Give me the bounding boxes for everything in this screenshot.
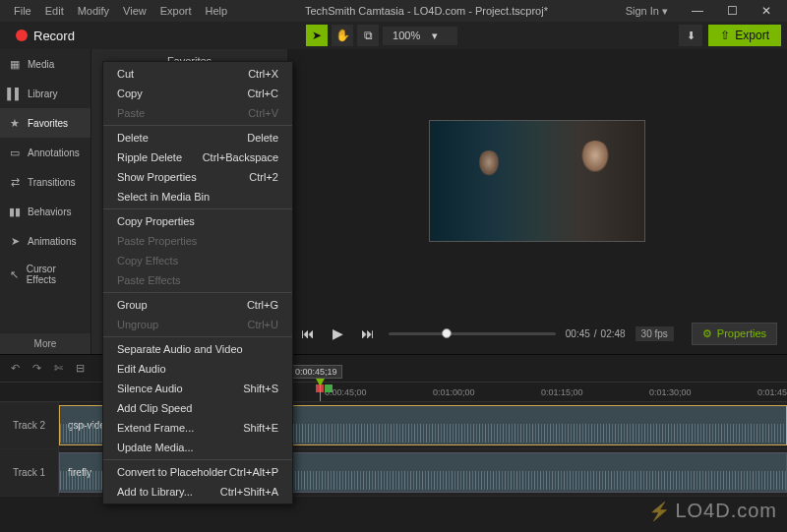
menu-item-select-in-media-bin[interactable]: Select in Media Bin (103, 187, 292, 207)
scrubber-track (389, 332, 556, 335)
playhead-time: 0:00:45;19 (290, 365, 342, 379)
minimize-button[interactable]: — (684, 2, 711, 20)
fps-indicator[interactable]: 30 fps (636, 326, 674, 341)
sidebar-item-animations[interactable]: ➤Animations (0, 226, 91, 256)
menu-separator (103, 292, 292, 293)
marker-out[interactable] (325, 384, 333, 392)
library-icon: ▌▌ (8, 87, 22, 100)
cut-button[interactable]: ✄ (49, 360, 67, 378)
annotations-icon: ▭ (8, 146, 22, 159)
menu-item-cut[interactable]: CutCtrl+X (103, 64, 292, 84)
menu-item-delete[interactable]: DeleteDelete (103, 128, 292, 148)
track-header[interactable]: Track 1 (0, 449, 59, 496)
pointer-tool-icon[interactable]: ➤ (306, 25, 328, 46)
redo-button[interactable]: ↷ (28, 360, 45, 378)
canvas-preview[interactable] (287, 49, 787, 313)
sidebar-item-cursor-effects[interactable]: ↖Cursor Effects (0, 256, 91, 293)
titlebar: FileEditModifyViewExportHelp TechSmith C… (0, 0, 787, 22)
time-current: 00:45 (566, 328, 590, 339)
track-header[interactable]: Track 2 (0, 402, 59, 448)
transitions-icon: ⇄ (8, 175, 22, 189)
chevron-down-icon: ▾ (432, 30, 438, 42)
toolbar: Record ➤ ✋ ⧉ 100% ▾ ⬇ ⇧ Export (0, 22, 787, 49)
hand-tool-icon[interactable]: ✋ (332, 25, 353, 46)
cursor-effects-icon: ↖ (8, 267, 21, 281)
menu-item-group[interactable]: GroupCtrl+G (103, 295, 292, 315)
media-icon: ▦ (8, 57, 22, 71)
prev-frame-button[interactable]: ⏮ (297, 325, 319, 341)
next-frame-button[interactable]: ⏭ (357, 325, 379, 341)
export-button[interactable]: ⇧ Export (708, 25, 781, 46)
export-icon: ⇧ (720, 29, 730, 42)
menu-separator (103, 336, 292, 337)
scrubber-thumb[interactable] (442, 328, 452, 338)
menu-modify[interactable]: Modify (72, 3, 115, 19)
sidebar-item-annotations[interactable]: ▭Annotations (0, 138, 91, 167)
record-button[interactable]: Record (6, 26, 85, 46)
playhead[interactable]: 0:00:45;19 (320, 383, 321, 401)
undo-button[interactable]: ↶ (6, 360, 24, 378)
play-button[interactable]: ▶ (329, 325, 347, 341)
zoom-value: 100% (393, 30, 420, 41)
ruler-tick: 0:01:45;00 (757, 387, 787, 397)
menu-item-update-media-[interactable]: Update Media... (103, 438, 292, 457)
crop-tool-icon[interactable]: ⧉ (357, 25, 379, 46)
sidebar-item-favorites[interactable]: ★Favorites (0, 108, 91, 138)
ruler-tick: 0:01:00;00 (433, 387, 475, 397)
menu-view[interactable]: View (117, 3, 152, 19)
properties-button[interactable]: ⚙ Properties (692, 323, 777, 345)
context-menu: CutCtrl+XCopyCtrl+CPasteCtrl+VDeleteDele… (102, 61, 293, 504)
menu-bar: FileEditModifyViewExportHelp (8, 3, 233, 19)
ruler-tick: 0:01:15;00 (541, 387, 583, 397)
menu-item-edit-audio[interactable]: Edit Audio (103, 359, 292, 379)
menu-export[interactable]: Export (154, 3, 198, 19)
export-label: Export (735, 29, 769, 42)
behaviors-icon: ▮▮ (8, 205, 22, 218)
menu-file[interactable]: File (8, 3, 37, 19)
sidebar-more-button[interactable]: More (0, 333, 91, 354)
favorites-icon: ★ (8, 116, 22, 130)
menu-item-copy[interactable]: CopyCtrl+C (103, 84, 292, 103)
menu-item-add-to-library-[interactable]: Add to Library...Ctrl+Shift+A (103, 482, 292, 502)
sidebar-item-media[interactable]: ▦Media (0, 49, 91, 79)
scrubber[interactable] (389, 328, 556, 338)
signin-button[interactable]: Sign In ▾ (620, 3, 674, 20)
menu-separator (103, 208, 292, 209)
menu-item-separate-audio-and-video[interactable]: Separate Audio and Video (103, 339, 292, 359)
menu-item-show-properties[interactable]: Show PropertiesCtrl+2 (103, 167, 292, 187)
record-icon (16, 30, 28, 41)
sidebar-item-library[interactable]: ▌▌Library (0, 79, 91, 108)
bolt-icon: ⚡ (648, 501, 671, 522)
split-button[interactable]: ⊟ (71, 360, 89, 378)
close-button[interactable]: ✕ (754, 2, 779, 20)
video-frame[interactable] (429, 120, 645, 242)
zoom-select[interactable]: 100% ▾ (383, 27, 457, 45)
menu-item-paste-properties: Paste Properties (103, 231, 292, 251)
sidebar: ▦Media▌▌Library★Favorites▭Annotations⇄Tr… (0, 49, 91, 354)
menu-item-copy-properties[interactable]: Copy Properties (103, 211, 292, 231)
watermark: ⚡ LO4D.com (648, 500, 777, 522)
gear-icon: ⚙ (702, 327, 712, 340)
menu-item-extend-frame-[interactable]: Extend Frame...Shift+E (103, 418, 292, 438)
menu-edit[interactable]: Edit (39, 3, 70, 19)
menu-help[interactable]: Help (200, 3, 234, 19)
download-button[interactable]: ⬇ (679, 25, 702, 46)
timecode: 00:45 / 02:48 (566, 328, 626, 339)
menu-item-silence-audio[interactable]: Silence AudioShift+S (103, 379, 292, 398)
menu-item-ripple-delete[interactable]: Ripple DeleteCtrl+Backspace (103, 148, 292, 167)
menu-item-ungroup: UngroupCtrl+U (103, 315, 292, 334)
sidebar-item-behaviors[interactable]: ▮▮Behaviors (0, 197, 91, 226)
menu-item-add-clip-speed[interactable]: Add Clip Speed (103, 398, 292, 418)
menu-item-convert-to-placeholder[interactable]: Convert to PlaceholderCtrl+Alt+P (103, 462, 292, 482)
maximize-button[interactable]: ☐ (719, 2, 746, 20)
menu-item-paste: PasteCtrl+V (103, 103, 292, 123)
animations-icon: ➤ (8, 234, 22, 248)
record-label: Record (33, 29, 75, 43)
menu-separator (103, 125, 292, 126)
time-total: 02:48 (601, 328, 626, 339)
sidebar-item-transitions[interactable]: ⇄Transitions (0, 167, 91, 197)
canvas-area: ⏮ ▶ ⏭ 00:45 / 02:48 30 fps ⚙ Properties (287, 49, 787, 354)
menu-item-paste-effects: Paste Effects (103, 270, 292, 290)
ruler-tick: 0:01:30;00 (649, 387, 692, 397)
menu-item-copy-effects: Copy Effects (103, 251, 292, 270)
